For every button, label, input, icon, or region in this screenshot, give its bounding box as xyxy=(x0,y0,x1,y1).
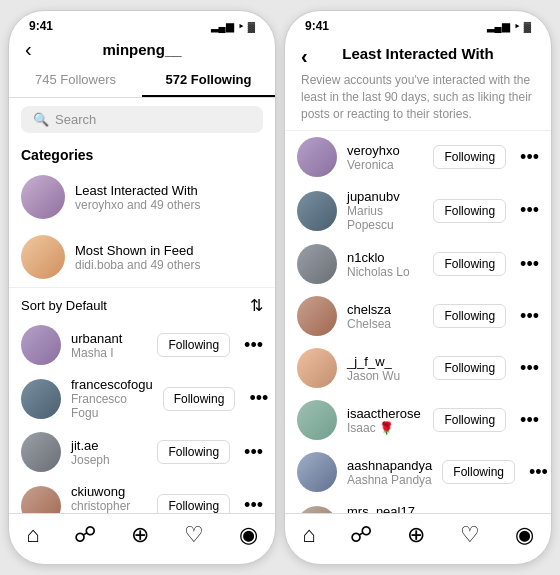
right-phone: 9:41 ▂▄▆ ‣ ▓ ‹ Least Interacted With Rev… xyxy=(284,10,552,565)
left-bottom-nav: ⌂ ☍ ⊕ ♡ ◉ xyxy=(9,513,275,564)
user-realname: Aashna Pandya xyxy=(347,473,432,487)
category-least-interacted[interactable]: Least Interacted With veroyhxo and 49 ot… xyxy=(9,167,275,227)
category-avatar-least xyxy=(21,175,65,219)
avatar xyxy=(21,379,61,419)
category-avatar-most xyxy=(21,235,65,279)
table-row: chelsza Chelsea Following ••• xyxy=(285,290,551,342)
heart-nav-icon[interactable]: ♡ xyxy=(460,522,480,548)
table-row: urbanant Masha I Following ••• xyxy=(9,319,275,371)
avatar xyxy=(21,325,61,365)
more-options-button[interactable]: ••• xyxy=(520,358,539,379)
sort-icon[interactable]: ⇅ xyxy=(250,296,263,315)
username: n1cklo xyxy=(347,250,423,265)
left-nav-bar: ‹ minpeng__ xyxy=(9,37,275,64)
left-back-button[interactable]: ‹ xyxy=(25,38,32,61)
left-status-bar: 9:41 ▂▄▆ ‣ ▓ xyxy=(9,11,275,37)
tab-following[interactable]: 572 Following xyxy=(142,64,275,97)
more-options-button[interactable]: ••• xyxy=(244,495,263,513)
category-most-shown[interactable]: Most Shown in Feed didi.boba and 49 othe… xyxy=(9,227,275,287)
username: francescofogu xyxy=(71,377,153,392)
more-options-button[interactable]: ••• xyxy=(520,410,539,431)
following-button[interactable]: Following xyxy=(433,199,506,223)
avatar xyxy=(297,296,337,336)
user-info: isaactherose Isaac 🌹 xyxy=(347,406,423,435)
right-header: ‹ Least Interacted With xyxy=(285,37,551,68)
more-options-button[interactable]: ••• xyxy=(520,147,539,168)
heart-nav-icon[interactable]: ♡ xyxy=(184,522,204,548)
user-info: jupanubv Marius Popescu xyxy=(347,189,423,232)
user-realname: Jason Wu xyxy=(347,369,423,383)
following-button[interactable]: Following xyxy=(163,387,236,411)
add-nav-icon[interactable]: ⊕ xyxy=(131,522,149,548)
table-row: jit.ae Joseph Following ••• xyxy=(9,426,275,478)
search-nav-icon[interactable]: ☍ xyxy=(350,522,372,548)
more-options-button[interactable]: ••• xyxy=(520,200,539,221)
avatar xyxy=(21,486,61,514)
following-button[interactable]: Following xyxy=(157,494,230,514)
right-status-bar: 9:41 ▂▄▆ ‣ ▓ xyxy=(285,11,551,37)
user-realname: Chelsea xyxy=(347,317,423,331)
right-time: 9:41 xyxy=(305,19,329,33)
user-realname: Isaac 🌹 xyxy=(347,421,423,435)
more-options-button[interactable]: ••• xyxy=(244,335,263,356)
right-user-list: veroyhxo Veronica Following ••• jupanubv… xyxy=(285,131,551,513)
right-back-button[interactable]: ‹ xyxy=(301,45,308,68)
home-nav-icon[interactable]: ⌂ xyxy=(26,522,39,548)
avatar xyxy=(297,244,337,284)
more-options-button[interactable]: ••• xyxy=(529,462,548,483)
category-info-most: Most Shown in Feed didi.boba and 49 othe… xyxy=(75,243,263,272)
description-text: Review accounts you've interacted with t… xyxy=(285,68,551,131)
more-options-button[interactable]: ••• xyxy=(520,254,539,275)
avatar xyxy=(297,191,337,231)
home-nav-icon[interactable]: ⌂ xyxy=(302,522,315,548)
left-tabs: 745 Followers 572 Following xyxy=(9,64,275,98)
left-search-bar[interactable]: 🔍 Search xyxy=(21,106,263,133)
following-button[interactable]: Following xyxy=(157,440,230,464)
more-options-button[interactable]: ••• xyxy=(249,388,268,409)
username: veroyhxo xyxy=(347,143,423,158)
right-title: Least Interacted With xyxy=(342,45,494,62)
tab-followers[interactable]: 745 Followers xyxy=(9,64,142,97)
search-icon: 🔍 xyxy=(33,112,49,127)
user-info: aashnapandya Aashna Pandya xyxy=(347,458,432,487)
left-status-icons: ▂▄▆ ‣ ▓ xyxy=(211,21,255,32)
username: ckiuwong xyxy=(71,484,147,499)
following-button[interactable]: Following xyxy=(157,333,230,357)
table-row: jupanubv Marius Popescu Following ••• xyxy=(285,183,551,238)
following-button[interactable]: Following xyxy=(442,460,515,484)
profile-nav-icon[interactable]: ◉ xyxy=(239,522,258,548)
search-nav-icon[interactable]: ☍ xyxy=(74,522,96,548)
user-info: mrs_neal17 Courtney Neal xyxy=(347,504,423,513)
left-user-list: urbanant Masha I Following ••• francesco… xyxy=(9,319,275,513)
left-signal-icon: ▂▄▆ xyxy=(211,21,234,32)
username: aashnapandya xyxy=(347,458,432,473)
following-button[interactable]: Following xyxy=(433,145,506,169)
right-bottom-nav: ⌂ ☍ ⊕ ♡ ◉ xyxy=(285,513,551,564)
following-button[interactable]: Following xyxy=(433,252,506,276)
user-info: ckiuwong christopher wong xyxy=(71,484,147,513)
sort-label: Sort by Default xyxy=(21,298,107,313)
category-sub-least: veroyhxo and 49 others xyxy=(75,198,263,212)
username: isaactherose xyxy=(347,406,423,421)
following-button[interactable]: Following xyxy=(433,408,506,432)
more-options-button[interactable]: ••• xyxy=(520,306,539,327)
following-button[interactable]: Following xyxy=(433,304,506,328)
user-info: veroyhxo Veronica xyxy=(347,143,423,172)
add-nav-icon[interactable]: ⊕ xyxy=(407,522,425,548)
table-row: _j_f_w_ Jason Wu Following ••• xyxy=(285,342,551,394)
more-options-button[interactable]: ••• xyxy=(244,442,263,463)
user-realname: Francesco Fogu xyxy=(71,392,153,420)
right-wifi-icon: ‣ xyxy=(514,21,520,32)
username: mrs_neal17 xyxy=(347,504,423,513)
category-name-least: Least Interacted With xyxy=(75,183,263,198)
following-button[interactable]: Following xyxy=(433,356,506,380)
table-row: veroyhxo Veronica Following ••• xyxy=(285,131,551,183)
username: jupanubv xyxy=(347,189,423,204)
sort-bar[interactable]: Sort by Default ⇅ xyxy=(9,287,275,319)
profile-nav-icon[interactable]: ◉ xyxy=(515,522,534,548)
left-battery-icon: ▓ xyxy=(248,21,255,32)
avatar xyxy=(297,348,337,388)
user-realname: Masha I xyxy=(71,346,147,360)
avatar xyxy=(297,137,337,177)
left-search-placeholder: Search xyxy=(55,112,96,127)
